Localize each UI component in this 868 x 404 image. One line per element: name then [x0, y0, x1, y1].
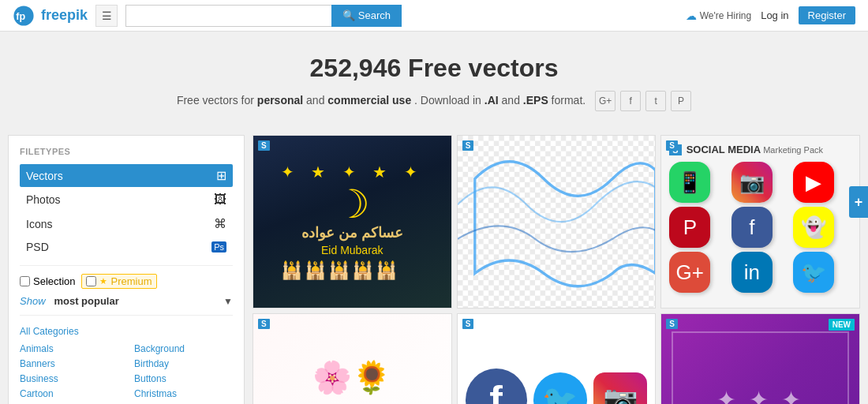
filetypes-label: FILETYPES [20, 147, 233, 156]
premium-checkbox-label[interactable]: ★ Premium [81, 274, 156, 289]
eid-mubarak-text: Eid Mubarak [281, 244, 424, 256]
card-eid-badge: S [258, 140, 270, 151]
category-business[interactable]: Business [20, 372, 118, 386]
love-text: Love [312, 400, 391, 405]
cloud-icon: ☁ [686, 9, 697, 22]
search-icon: 🔍 [342, 9, 355, 21]
show-popular-row[interactable]: Show most popular ▼ [20, 295, 233, 307]
category-cartoon[interactable]: Cartoon [20, 387, 118, 401]
twitter-app-icon: 🐦 [793, 252, 834, 293]
pattern-inner: ✦ ✦ ✦ [672, 331, 850, 404]
logo-text: freepik [41, 7, 88, 24]
google-plus-app-icon: G+ [669, 252, 710, 293]
filetype-psd[interactable]: PSD Ps [20, 237, 233, 257]
selection-row: Selection ★ Premium [20, 274, 233, 289]
category-christmas[interactable]: Christmas [134, 387, 233, 401]
new-badge: NEW [829, 319, 855, 331]
photos-icon: 🖼 [214, 193, 226, 207]
social-share-icons: G+ f t P [595, 91, 691, 111]
linkedin-icon: in [731, 252, 773, 293]
card-pattern[interactable]: S NEW ✦ ✦ ✦ [660, 313, 860, 404]
logo-area: fp freepik [13, 5, 88, 27]
divider-1 [20, 265, 233, 266]
moon-icon: ☽ [281, 185, 424, 224]
content-grid: S ✦ ★ ✦ ★ ✦ ☽ عساكم من عواده Eid Mubarak… [253, 135, 860, 404]
filetype-photos[interactable]: Photos 🖼 [20, 189, 233, 211]
whatsapp-icon: 📱 [669, 162, 710, 203]
filetype-vectors[interactable]: Vectors ⊞ [20, 164, 233, 187]
card-pattern-badge: S [666, 319, 678, 329]
card-love-badge: S [258, 319, 270, 329]
chevron-down-icon: ▼ [223, 296, 233, 307]
register-button[interactable]: Register [799, 6, 855, 24]
twitter-large-icon: 🐦 [533, 372, 587, 404]
hamburger-button[interactable]: ☰ [95, 5, 118, 27]
category-all[interactable]: All Categories [20, 324, 79, 339]
vectors-icon: ⊞ [216, 168, 226, 183]
sidebar: FILETYPES Vectors ⊞ Photos 🖼 Icons ⌘ PSD… [8, 135, 245, 404]
snapchat-icon: 👻 [793, 207, 834, 248]
mosque-row: 🕌 🕌 🕌 🕌 🕌 [281, 260, 424, 281]
icons-icon: ⌘ [214, 216, 226, 231]
search-bar: 🔍 Search [125, 5, 402, 27]
instagram-app-icon: 📷 [731, 162, 773, 203]
facebook-large-icon: f [466, 368, 527, 404]
card-social-media[interactable]: S S SOCIAL MEDIA Marketing Pack 📱 📷 ▶ P … [660, 135, 860, 309]
social-apps-grid: 📱 📷 ▶ P f 👻 G+ in 🐦 [669, 162, 851, 293]
premium-checkbox[interactable] [86, 276, 96, 286]
love-content: 🌸🌻 Love Married [305, 351, 399, 405]
eid-content: ✦ ★ ✦ ★ ✦ ☽ عساكم من عواده Eid Mubarak 🕌… [273, 155, 432, 289]
divider-2 [20, 315, 233, 316]
we-hiring: ☁ We're Hiring [686, 9, 751, 22]
google-plus-icon[interactable]: G+ [595, 91, 615, 111]
love-flowers: 🌸🌻 [312, 359, 391, 396]
hero-section: 252,946 Free vectors Free vectors for pe… [0, 32, 868, 135]
category-banners[interactable]: Banners [20, 357, 118, 371]
freepik-logo: fp [13, 5, 35, 27]
main-content: FILETYPES Vectors ⊞ Photos 🖼 Icons ⌘ PSD… [0, 135, 868, 404]
hero-title: 252,946 Free vectors [0, 54, 868, 83]
selection-checkbox[interactable] [20, 276, 30, 286]
card-social-badge: S [666, 140, 678, 151]
search-button[interactable]: 🔍 Search [331, 5, 402, 27]
facebook-share-icon[interactable]: f [620, 91, 641, 111]
header: fp freepik ☰ 🔍 Search ☁ We're Hiring Log… [0, 0, 868, 32]
card-wave[interactable]: S [457, 135, 657, 309]
pinterest-share-icon[interactable]: P [671, 91, 691, 111]
category-birthday[interactable]: Birthday [134, 357, 233, 371]
card-love[interactable]: S 🌸🌻 Love Married [253, 313, 452, 404]
filetype-icons[interactable]: Icons ⌘ [20, 212, 233, 235]
card-social2-badge: S [462, 319, 474, 329]
youtube-icon: ▶ [793, 162, 834, 203]
selection-checkbox-label[interactable]: Selection [20, 275, 75, 287]
wave-svg [458, 136, 656, 308]
header-right: ☁ We're Hiring Log in Register [686, 6, 855, 24]
side-tab[interactable]: + [849, 186, 868, 218]
svg-text:fp: fp [16, 10, 25, 21]
social-media-title: SOCIAL MEDIA Marketing Pack [687, 144, 823, 155]
card-eid[interactable]: S ✦ ★ ✦ ★ ✦ ☽ عساكم من عواده Eid Mubarak… [253, 135, 452, 309]
search-input[interactable] [125, 5, 331, 27]
login-button[interactable]: Log in [761, 9, 788, 21]
categories-grid: Animals Background Banners Birthday Busi… [20, 342, 233, 404]
category-buttons[interactable]: Buttons [134, 372, 233, 386]
card-social2[interactable]: S f 🐦 📷 [457, 313, 657, 404]
facebook-app-icon: f [731, 207, 773, 248]
pinterest-app-icon: P [669, 207, 710, 248]
category-animals[interactable]: Animals [20, 342, 118, 356]
pattern-dots: ✦ ✦ ✦ [716, 386, 805, 404]
stars-decoration: ✦ ★ ✦ ★ ✦ [281, 163, 424, 181]
instagram-large-icon: 📷 [593, 372, 647, 404]
category-background[interactable]: Background [134, 342, 233, 356]
star-icon: ★ [99, 276, 107, 286]
card-wave-badge: S [462, 140, 474, 151]
social-header: S SOCIAL MEDIA Marketing Pack [669, 144, 851, 155]
arabic-text: عساكم من عواده [281, 224, 424, 242]
hero-subtitle: Free vectors for personal and commercial… [0, 91, 868, 111]
twitter-share-icon[interactable]: t [645, 91, 666, 111]
psd-icon: Ps [211, 241, 226, 252]
